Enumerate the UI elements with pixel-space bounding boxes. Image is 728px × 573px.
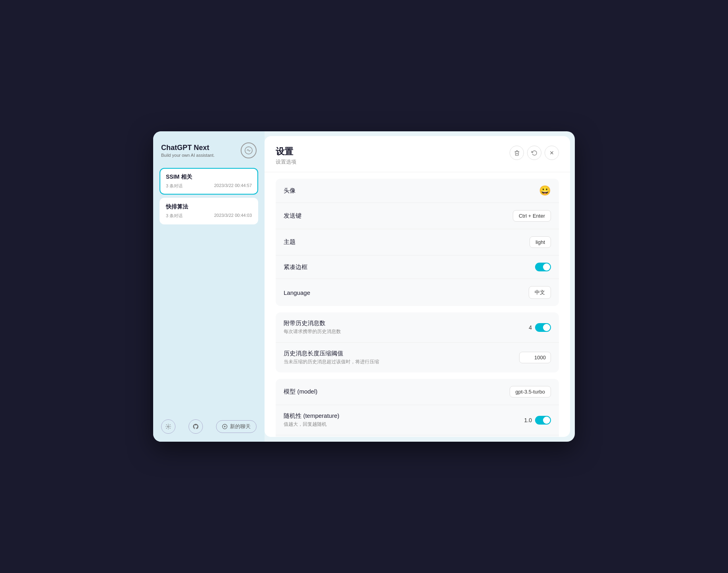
compress-threshold-value [519, 352, 551, 363]
model-value: gpt-3.5-turbo [510, 386, 551, 398]
model-badge[interactable]: gpt-3.5-turbo [510, 386, 551, 398]
chat-item-title: SSIM 相关 [166, 173, 252, 181]
tight-border-label: 紧凑边框 [284, 263, 308, 271]
settings-icon-button[interactable] [161, 419, 175, 434]
chat-item-meta: 3 条对话 2023/3/22 00:44:57 [166, 183, 252, 189]
reset-button[interactable] [527, 146, 541, 160]
temperature-sublabel: 值越大，回复越随机 [284, 421, 339, 428]
settings-subtitle: 设置选项 [276, 158, 296, 166]
theme-label: 主题 [284, 238, 296, 246]
language-row: Language 中文 [276, 279, 559, 306]
chat-item-date: 2023/3/22 00:44:03 [214, 213, 252, 219]
temperature-row: 随机性 (temperature) 值越大，回复越随机 1.0 [276, 405, 559, 435]
language-badge[interactable]: 中文 [529, 286, 551, 299]
theme-badge[interactable]: light [529, 236, 551, 248]
send-key-row: 发送键 Ctrl + Enter [276, 203, 559, 229]
delete-button[interactable] [510, 146, 524, 160]
temperature-number: 1.0 [524, 417, 532, 423]
chat-item-count: 3 条对话 [166, 183, 183, 189]
language-label: Language [284, 289, 310, 296]
history-count-row: 附带历史消息数 每次请求携带的历史消息数 4 [276, 312, 559, 343]
send-key-label: 发送键 [284, 212, 302, 220]
brand-subtitle: Build your own AI assistant. [161, 153, 215, 158]
temperature-toggle[interactable] [535, 416, 551, 425]
sidebar-header: ChatGPT Next Build your own AI assistant… [160, 142, 258, 158]
appearance-group: 头像 😀 发送键 Ctrl + Enter 主题 light [276, 179, 559, 306]
history-count-number: 4 [529, 324, 532, 331]
chat-item-date: 2023/3/22 00:44:57 [214, 183, 252, 189]
avatar-value[interactable]: 😀 [539, 186, 551, 195]
compress-threshold-input[interactable] [519, 352, 551, 363]
temperature-label-block: 随机性 (temperature) 值越大，回复越随机 [284, 412, 339, 428]
model-group: 模型 (model) gpt-3.5-turbo 随机性 (temperatur… [276, 379, 559, 437]
new-chat-label: 新的聊天 [230, 423, 251, 430]
brand-title: ChatGPT Next [161, 144, 215, 152]
settings-header: 设置 设置选项 [265, 136, 570, 172]
tight-border-toggle[interactable] [535, 263, 551, 271]
avatar-row: 头像 😀 [276, 179, 559, 203]
temperature-label: 随机性 (temperature) [284, 412, 339, 420]
tight-border-value [535, 263, 551, 271]
settings-body: 头像 😀 发送键 Ctrl + Enter 主题 light [265, 172, 570, 437]
history-count-toggle[interactable] [535, 323, 551, 332]
max-tokens-row: 单次回复限制 (max_tokens) 单次交互所用的最大 Token 数 [276, 435, 559, 437]
send-key-value: Ctrl + Enter [513, 210, 551, 222]
close-button[interactable] [545, 146, 559, 160]
history-group: 附带历史消息数 每次请求携带的历史消息数 4 历史消息长度压缩阈值 当未压缩的历… [276, 312, 559, 372]
chat-list: SSIM 相关 3 条对话 2023/3/22 00:44:57 快排算法 3 … [160, 168, 258, 408]
history-count-sublabel: 每次请求携带的历史消息数 [284, 328, 341, 335]
chat-item-meta: 3 条对话 2023/3/22 00:44:03 [166, 213, 252, 219]
chat-item[interactable]: 快排算法 3 条对话 2023/3/22 00:44:03 [160, 198, 258, 224]
compress-threshold-label-block: 历史消息长度压缩阈值 当未压缩的历史消息超过该值时，将进行压缩 [284, 350, 379, 365]
sidebar-footer: 新的聊天 [160, 415, 258, 434]
model-row: 模型 (model) gpt-3.5-turbo [276, 379, 559, 405]
github-icon-button[interactable] [189, 419, 203, 434]
settings-title-block: 设置 设置选项 [276, 146, 296, 166]
history-count-label-block: 附带历史消息数 每次请求携带的历史消息数 [284, 320, 341, 335]
avatar-label: 头像 [284, 187, 296, 195]
header-actions [510, 146, 559, 160]
compress-threshold-row: 历史消息长度压缩阈值 当未压缩的历史消息超过该值时，将进行压缩 [276, 343, 559, 372]
avatar-emoji: 😀 [539, 186, 551, 195]
send-key-badge[interactable]: Ctrl + Enter [513, 210, 551, 222]
tight-border-row: 紧凑边框 [276, 255, 559, 279]
history-count-value: 4 [529, 323, 551, 332]
language-value: 中文 [529, 286, 551, 299]
chat-item-title: 快排算法 [166, 203, 252, 210]
compress-threshold-label: 历史消息长度压缩阈值 [284, 350, 379, 357]
compress-threshold-sublabel: 当未压缩的历史消息超过该值时，将进行压缩 [284, 359, 379, 365]
settings-title: 设置 [276, 146, 296, 158]
temperature-value: 1.0 [524, 416, 551, 425]
brand-logo [241, 142, 257, 158]
svg-point-0 [167, 426, 169, 427]
new-chat-button[interactable]: 新的聊天 [216, 420, 257, 433]
chat-item[interactable]: SSIM 相关 3 条对话 2023/3/22 00:44:57 [160, 168, 258, 195]
app-container: ChatGPT Next Build your own AI assistant… [153, 131, 575, 442]
model-label: 模型 (model) [284, 388, 317, 396]
theme-value: light [529, 236, 551, 248]
chat-item-count: 3 条对话 [166, 213, 183, 219]
history-count-label: 附带历史消息数 [284, 320, 341, 327]
sidebar-brand: ChatGPT Next Build your own AI assistant… [161, 144, 215, 158]
sidebar: ChatGPT Next Build your own AI assistant… [153, 131, 265, 442]
settings-panel: 设置 设置选项 [265, 136, 570, 437]
theme-row: 主题 light [276, 229, 559, 255]
